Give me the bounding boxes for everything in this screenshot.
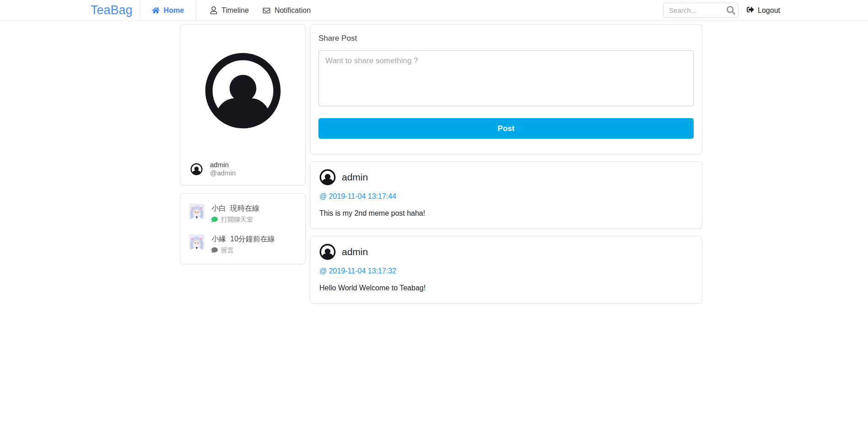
friend-action-label: 留言	[221, 246, 234, 255]
profile-handle: @admin	[210, 169, 236, 177]
friend-status: 10分鐘前在線	[230, 235, 275, 243]
friend-info: 小緣10分鐘前在線 留言	[211, 234, 275, 255]
nav-timeline-label: Timeline	[221, 6, 249, 15]
profile-summary: admin @admin	[190, 161, 305, 177]
nav-home-label: Home	[164, 6, 184, 15]
friend-row: 小白現時在線 打開聊天室	[189, 204, 297, 224]
share-post-textarea[interactable]	[318, 50, 694, 106]
post-card: admin @ 2019-11-04 13:17:44 This is my 2…	[310, 161, 702, 229]
share-post-card: Share Post Post	[310, 24, 702, 154]
user-circle-icon	[319, 169, 336, 185]
envelope-icon	[263, 7, 270, 14]
post-author[interactable]: admin	[342, 172, 368, 183]
post-button[interactable]: Post	[318, 118, 694, 139]
comment-icon	[211, 247, 218, 255]
friend-status: 現時在線	[230, 204, 259, 212]
share-post-title: Share Post	[318, 34, 694, 43]
post-body: Hello World Welcome to Teabag!	[319, 284, 693, 292]
user-circle-icon	[319, 244, 336, 260]
navbar-divider	[196, 0, 196, 21]
search-icon[interactable]	[727, 6, 735, 15]
home-icon	[152, 6, 160, 14]
comment-icon	[211, 216, 218, 224]
friend-name: 小緣	[211, 235, 226, 243]
friend-name-line: 小緣10分鐘前在線	[211, 234, 275, 243]
sign-out-icon	[747, 6, 754, 15]
post-author[interactable]: admin	[342, 246, 368, 257]
friend-info: 小白現時在線 打開聊天室	[211, 204, 259, 224]
nav-notification-label: Notification	[275, 6, 311, 15]
page-content: admin @admin 小白現時在線	[180, 24, 702, 304]
logout-label: Logout	[758, 6, 780, 15]
profile-card: admin @admin	[180, 24, 306, 185]
nav-item-notification[interactable]: Notification	[263, 0, 311, 21]
friend-row: 小緣10分鐘前在線 留言	[189, 234, 297, 255]
friend-action-label: 打開聊天室	[221, 216, 253, 224]
post-timestamp-link[interactable]: @ 2019-11-04 13:17:44	[319, 192, 396, 201]
navbar-spacer	[311, 0, 663, 21]
profile-name: admin	[210, 161, 236, 169]
post-body: This is my 2nd meme post haha!	[319, 209, 693, 218]
open-chat-link[interactable]: 打開聊天室	[211, 216, 259, 224]
post-timestamp-link[interactable]: @ 2019-11-04 13:17:32	[319, 267, 396, 275]
brand-logo[interactable]: TeaBag	[91, 0, 133, 21]
post-header: admin	[319, 169, 693, 185]
nav-item-home[interactable]: Home	[140, 0, 196, 21]
friend-name-line: 小白現時在線	[211, 204, 259, 213]
feed-column: Share Post Post admin @ 2019-11-04 13:17…	[310, 24, 702, 304]
sidebar: admin @admin 小白現時在線	[180, 24, 306, 264]
post-header: admin	[319, 244, 693, 260]
friend-avatar	[189, 204, 205, 219]
post-card: admin @ 2019-11-04 13:17:32 Hello World …	[310, 236, 702, 304]
user-circle-icon	[190, 163, 203, 175]
user-icon	[210, 6, 217, 14]
top-navbar: TeaBag Home Timeline Notification Logout	[0, 0, 868, 21]
friend-avatar	[189, 234, 205, 250]
friend-name: 小白	[211, 204, 226, 212]
search-box	[663, 3, 739, 18]
logout-button[interactable]: Logout	[747, 6, 780, 15]
friends-card: 小白現時在線 打開聊天室 小緣10分鐘前在線	[180, 193, 306, 264]
leave-message-link[interactable]: 留言	[211, 246, 275, 255]
nav-item-timeline[interactable]: Timeline	[210, 0, 249, 21]
user-circle-icon	[204, 52, 282, 130]
profile-names: admin @admin	[210, 161, 236, 177]
